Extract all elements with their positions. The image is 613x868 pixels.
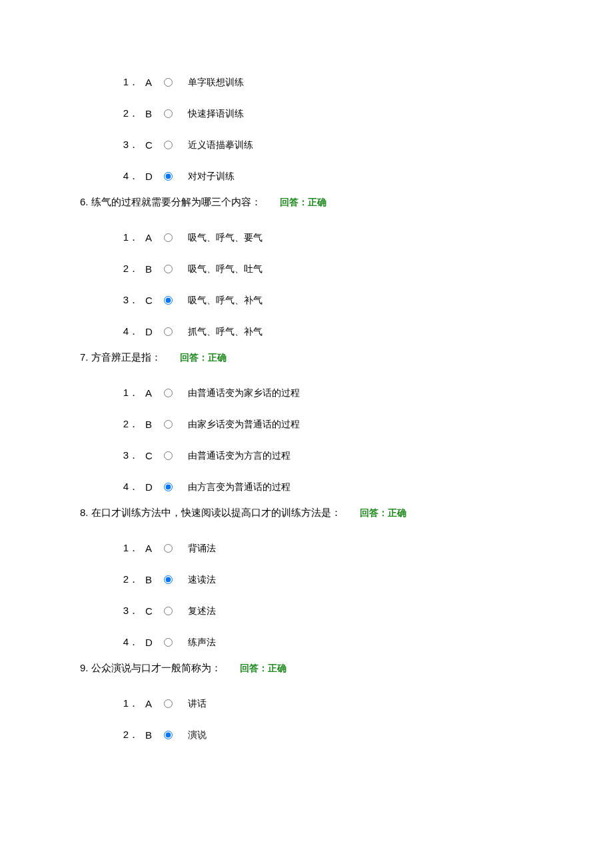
- option-letter: A: [141, 77, 164, 88]
- option-letter: D: [141, 637, 164, 648]
- option-text: 讲话: [183, 698, 207, 710]
- option-text: 近义语描摹训练: [183, 139, 253, 151]
- option-radio[interactable]: [164, 141, 173, 149]
- question-line: 8. 在口才训练方法中，快速阅读以提高口才的训练方法是：回答：正确: [80, 503, 613, 522]
- option-radio[interactable]: [164, 109, 173, 118]
- answer-feedback: 回答：正确: [161, 352, 227, 363]
- option-row: 1．A单字联想训练: [108, 67, 613, 98]
- option-letter: B: [141, 263, 164, 275]
- option-radio[interactable]: [164, 78, 173, 87]
- option-text: 演说: [183, 729, 207, 741]
- option-letter: A: [141, 543, 164, 554]
- option-letter: B: [141, 419, 164, 430]
- option-letter: C: [141, 450, 164, 461]
- question-text: 在口才训练方法中，快速阅读以提高口才的训练方法是：: [91, 507, 341, 518]
- question-number: 8.: [80, 507, 91, 518]
- option-letter: D: [141, 481, 164, 493]
- option-index: 1．: [108, 231, 141, 244]
- option-row: 3．C复述法: [108, 595, 613, 627]
- option-row: 1．A由普通话变为家乡话的过程: [108, 377, 613, 409]
- option-row: 1．A背诵法: [108, 533, 613, 564]
- radio-wrap: [164, 451, 183, 460]
- radio-wrap: [164, 389, 183, 397]
- option-text: 由方言变为普通话的过程: [183, 481, 291, 493]
- option-index: 1．: [108, 542, 141, 555]
- option-row: 1．A吸气、呼气、要气: [108, 222, 613, 253]
- option-index: 3．: [108, 605, 141, 617]
- question-text: 方音辨正是指：: [91, 351, 161, 363]
- option-letter: A: [141, 232, 164, 243]
- answer-feedback: 回答：正确: [221, 663, 287, 673]
- radio-wrap: [164, 731, 183, 739]
- option-row: 4．D练声法: [108, 627, 613, 658]
- option-index: 4．: [108, 636, 141, 649]
- option-letter: C: [141, 139, 164, 151]
- option-row: 4．D对对子训练: [108, 161, 613, 192]
- option-index: 1．: [108, 76, 141, 89]
- option-text: 由家乡话变为普通话的过程: [183, 419, 300, 431]
- question-line: 7. 方音辨正是指：回答：正确: [80, 347, 613, 367]
- option-text: 复述法: [183, 605, 216, 617]
- spacer: [80, 367, 613, 377]
- option-row: 3．C吸气、呼气、补气: [108, 285, 613, 316]
- option-text: 对对子训练: [183, 171, 235, 183]
- radio-wrap: [164, 109, 183, 118]
- option-text: 单字联想训练: [183, 77, 244, 89]
- radio-wrap: [164, 544, 183, 553]
- option-index: 1．: [108, 387, 141, 399]
- option-index: 2．: [108, 729, 141, 741]
- option-row: 4．D由方言变为普通话的过程: [108, 471, 613, 503]
- option-radio[interactable]: [164, 420, 173, 429]
- option-index: 1．: [108, 697, 141, 710]
- answer-feedback: 回答：正确: [261, 197, 326, 207]
- option-radio[interactable]: [164, 638, 173, 647]
- question-text: 练气的过程就需要分解为哪三个内容：: [91, 196, 261, 207]
- option-row: 3．C由普通话变为方言的过程: [108, 440, 613, 471]
- radio-wrap: [164, 172, 183, 181]
- option-row: 2．B由家乡话变为普通话的过程: [108, 409, 613, 440]
- radio-wrap: [164, 420, 183, 429]
- document-page: 1．A单字联想训练2．B快速择语训练3．C近义语描摹训练4．D对对子训练6. 练…: [0, 0, 613, 868]
- option-radio[interactable]: [164, 607, 173, 615]
- spacer: [80, 522, 613, 533]
- option-radio[interactable]: [164, 731, 173, 739]
- option-text: 吸气、呼气、吐气: [183, 263, 263, 275]
- option-index: 3．: [108, 449, 141, 462]
- radio-wrap: [164, 607, 183, 615]
- option-radio[interactable]: [164, 233, 173, 242]
- radio-wrap: [164, 638, 183, 647]
- option-radio[interactable]: [164, 483, 173, 491]
- option-index: 3．: [108, 294, 141, 307]
- option-radio[interactable]: [164, 575, 173, 584]
- radio-wrap: [164, 575, 183, 584]
- question-line: 9. 公众演说与口才一般简称为：回答：正确: [80, 658, 613, 677]
- option-index: 4．: [108, 481, 141, 493]
- options-list: 1．A吸气、呼气、要气2．B吸气、呼气、吐气3．C吸气、呼气、补气4．D抓气、呼…: [80, 222, 613, 347]
- option-text: 吸气、呼气、要气: [183, 232, 263, 244]
- option-radio[interactable]: [164, 296, 173, 305]
- option-radio[interactable]: [164, 451, 173, 460]
- radio-wrap: [164, 141, 183, 149]
- option-radio[interactable]: [164, 265, 173, 273]
- option-radio[interactable]: [164, 544, 173, 553]
- option-letter: D: [141, 171, 164, 182]
- option-radio[interactable]: [164, 327, 173, 336]
- options-list: 1．A单字联想训练2．B快速择语训练3．C近义语描摹训练4．D对对子训练: [80, 67, 613, 192]
- option-text: 抓气、呼气、补气: [183, 326, 263, 338]
- option-radio[interactable]: [164, 699, 173, 708]
- option-row: 2．B吸气、呼气、吐气: [108, 253, 613, 285]
- radio-wrap: [164, 296, 183, 305]
- option-text: 由普通话变为方言的过程: [183, 450, 291, 462]
- option-text: 速读法: [183, 574, 216, 586]
- option-row: 2．B演说: [108, 719, 613, 751]
- spacer: [80, 211, 613, 222]
- option-text: 吸气、呼气、补气: [183, 295, 263, 307]
- option-radio[interactable]: [164, 172, 173, 181]
- option-text: 练声法: [183, 637, 216, 649]
- option-letter: D: [141, 326, 164, 337]
- radio-wrap: [164, 233, 183, 242]
- option-index: 3．: [108, 139, 141, 151]
- option-radio[interactable]: [164, 389, 173, 397]
- question-number: 7.: [80, 351, 91, 363]
- option-row: 4．D抓气、呼气、补气: [108, 316, 613, 347]
